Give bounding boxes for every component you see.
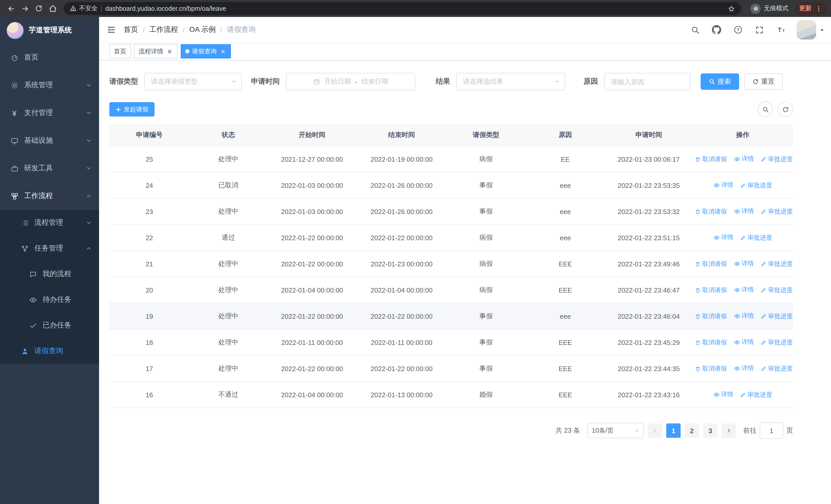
fullscreen-button[interactable] [750,17,769,42]
col-status: 状态 [190,124,267,146]
page-button-3[interactable]: 3 [703,423,718,438]
page-button-2[interactable]: 2 [685,423,699,438]
cell-reason: EEE [525,277,605,303]
tab-leave-query[interactable]: 请假查询 [181,44,231,59]
goto-page-input[interactable] [760,422,783,439]
sidebar-item-leave-query[interactable]: 请假查询 [0,338,99,364]
sidebar-item-devtools[interactable]: 研发工具 [0,154,99,182]
cell-reason: eee [525,172,605,198]
breadcrumb-oa-example[interactable]: OA 示例 [190,25,216,34]
approval-progress-link[interactable]: 审批进度 [740,234,772,242]
sidebar-item-system[interactable]: 系统管理 [0,71,99,99]
browser-menu-button[interactable]: 更新 [795,2,827,15]
cancel-leave-link[interactable]: 取消请假 [695,286,727,295]
refresh-table-button[interactable] [778,101,793,117]
detail-link[interactable]: 详情 [713,233,734,242]
sidebar-item-task-mgmt[interactable]: 任务管理 [0,236,99,261]
detail-link[interactable]: 详情 [734,260,754,268]
navbar-actions: ? TT [686,17,831,42]
detail-link[interactable]: 详情 [713,181,734,190]
cancel-leave-link[interactable]: 取消请假 [695,312,727,321]
toggle-search-button[interactable] [757,101,773,117]
back-button[interactable] [4,2,18,16]
start-date-placeholder: 开始日期 [324,77,351,86]
edit-pen-icon [761,340,767,346]
tab-home[interactable]: 首页 [109,44,131,59]
github-link[interactable] [707,17,726,42]
close-icon[interactable] [166,48,173,55]
detail-link[interactable]: 详情 [734,312,754,321]
approval-progress-link[interactable]: 审批进度 [761,312,793,321]
leave-type-select[interactable]: 请选择请假类型 [144,73,242,90]
result-select[interactable]: 请选择流结果 [456,73,565,90]
cancel-leave-link[interactable]: 取消请假 [695,364,727,373]
breadcrumb-home[interactable]: 首页 [124,25,138,34]
detail-link[interactable]: 详情 [734,207,754,216]
detail-link[interactable]: 详情 [734,364,754,373]
forward-button[interactable] [18,2,32,16]
approval-progress-link[interactable]: 审批进度 [740,181,772,190]
trash-icon [695,314,700,319]
approval-progress-link[interactable]: 审批进度 [761,338,793,347]
sidebar-item-todo-tasks[interactable]: 待办任务 [0,287,99,313]
detail-link[interactable]: 详情 [734,155,754,164]
user-avatar-menu[interactable] [797,20,825,39]
prev-page-button[interactable] [648,423,662,438]
address-bar[interactable]: 不安全 dashboard.yudao.iocoder.cn/bpm/oa/le… [64,2,741,15]
apply-time-range-picker[interactable]: 开始日期 - 结束日期 [286,73,415,90]
reload-button[interactable] [32,2,46,16]
font-size-button[interactable]: TT [771,17,792,42]
reason-input[interactable] [605,78,690,85]
approval-progress-link[interactable]: 审批进度 [740,391,772,399]
url-text[interactable]: dashboard.yudao.iocoder.cn/bpm/oa/leave [105,5,724,12]
browser-toolbar: 不安全 dashboard.yudao.iocoder.cn/bpm/oa/le… [0,0,831,17]
detail-link[interactable]: 详情 [713,390,734,399]
detail-link[interactable]: 详情 [734,286,754,294]
breadcrumb-workflow[interactable]: 工作流程 [149,25,178,34]
sidebar-item-infra[interactable]: 基础设施 [0,127,99,154]
bookmark-star-icon[interactable] [728,5,735,12]
reset-button[interactable]: 重置 [744,73,783,90]
home-button[interactable] [46,2,60,16]
header-search-button[interactable] [686,17,705,42]
app-logo[interactable]: 芋道管理系统 [0,17,99,43]
approval-progress-link[interactable]: 审批进度 [761,260,793,268]
cell-apply-time: 2022-01-22 23:43:16 [605,382,692,408]
cell-status: 处理中 [190,277,267,303]
next-page-button[interactable] [722,423,736,438]
cancel-leave-link[interactable]: 取消请假 [695,207,727,216]
sidebar-item-process-mgmt[interactable]: 流程管理 [0,210,99,236]
cell-leave-type: 婚假 [446,382,525,408]
create-leave-button[interactable]: 发起请假 [109,102,154,117]
approval-progress-link[interactable]: 审批进度 [761,207,793,216]
home-icon [49,4,57,12]
sidebar-item-done-tasks[interactable]: 已办任务 [0,313,99,338]
tab-process-detail[interactable]: 流程详情 [134,44,178,59]
help-button[interactable]: ? [728,17,748,42]
cell-leave-type: 事假 [446,329,525,355]
page-button-1[interactable]: 1 [666,423,681,438]
search-button[interactable]: 搜索 [700,73,739,90]
back-arrow-icon [7,4,15,12]
svg-text:T: T [778,26,782,33]
sidebar-item-workflow[interactable]: 工作流程 [0,182,99,210]
sidebar-toggle-button[interactable] [99,17,124,42]
edit-pen-icon [740,183,746,188]
sidebar-item-my-process[interactable]: 我的流程 [0,261,99,287]
security-label: 不安全 [79,4,97,13]
cancel-leave-link[interactable]: 取消请假 [695,260,727,268]
approval-progress-link[interactable]: 审批进度 [761,155,793,164]
page-size-select[interactable]: 10条/页 [587,423,643,438]
detail-link[interactable]: 详情 [734,338,754,347]
cancel-leave-link[interactable]: 取消请假 [695,155,727,164]
sidebar-item-home[interactable]: 首页 [0,43,99,71]
chevron-down-icon [231,79,237,85]
cell-end-time: 2022-01-22 00:00:00 [357,355,446,382]
security-chip[interactable]: 不安全 [70,4,97,13]
close-icon[interactable] [219,48,226,55]
approval-progress-link[interactable]: 审批进度 [761,364,793,373]
leave-table-body: 25 处理中 2021-12-27 00:00:00 2022-01-19 00… [109,146,793,408]
sidebar-item-payment[interactable]: ¥ 支付管理 [0,99,99,127]
cancel-leave-link[interactable]: 取消请假 [695,338,727,347]
approval-progress-link[interactable]: 审批进度 [761,286,793,295]
